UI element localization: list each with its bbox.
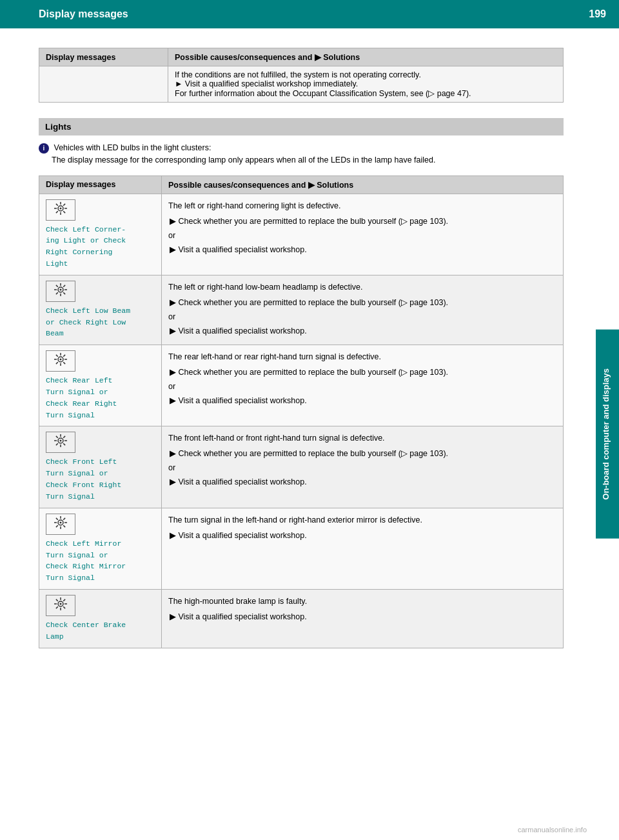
top-table: Display messages Possible causes/consequ…: [39, 48, 564, 103]
solutions-cell: The turn signal in the left-hand or righ…: [162, 508, 564, 589]
sidebar-label: On-board computer and displays: [596, 330, 619, 539]
solution-line: ▶ Check whether you are permitted to rep…: [168, 215, 556, 228]
info-note: i Vehicles with LED bulbs in the light c…: [39, 142, 564, 166]
bulb-icon-box: [46, 281, 75, 302]
svg-line-45: [56, 518, 58, 520]
svg-line-27: [63, 355, 65, 357]
top-table-header-col1: Display messages: [39, 48, 168, 66]
solution-line: ▶ Visit a qualified specialist workshop.: [168, 529, 556, 542]
info-note-text2: The display message for the correspondin…: [52, 155, 435, 165]
solution-line: ▶ Check whether you are permitted to rep…: [168, 447, 556, 460]
teal-message-text: Check Left Low Beamor Check Right LowBea…: [46, 305, 155, 339]
solution-line: or: [168, 229, 556, 242]
svg-line-8: [56, 211, 58, 213]
message-line: Check Front Left: [46, 457, 117, 466]
solution-line: ▶ Check whether you are permitted to rep…: [168, 296, 556, 309]
svg-point-59: [60, 603, 62, 605]
svg-line-47: [63, 518, 65, 520]
top-table-cell-msg: [39, 66, 168, 103]
warning-light-icon: [52, 597, 70, 614]
svg-line-25: [56, 355, 58, 357]
solution-line: ▶ Visit a qualified specialist workshop.: [168, 475, 556, 488]
defect-description: The front left-hand or front right-hand …: [168, 432, 556, 445]
svg-point-9: [60, 207, 62, 209]
message-line: Beam: [46, 329, 64, 337]
message-line: Turn Signal or: [46, 388, 108, 396]
lights-table: Display messages Possible causes/consequ…: [39, 175, 564, 648]
svg-line-35: [56, 436, 58, 438]
lights-table-header-col2: Possible causes/consequences and ▶ Solut…: [162, 175, 564, 194]
svg-line-28: [56, 362, 58, 364]
svg-point-39: [60, 440, 62, 442]
message-line: Right Cornering: [46, 248, 113, 256]
teal-message-text: Check Center BrakeLamp: [46, 619, 155, 643]
table-row: Check Left MirrorTurn Signal orCheck Rig…: [39, 508, 564, 589]
message-line: Turn Signal or: [46, 469, 108, 477]
solutions-cell: The left or right-hand cornering light i…: [162, 194, 564, 275]
display-message-cell: Check Rear LeftTurn Signal orCheck Rear …: [39, 345, 162, 426]
svg-line-48: [56, 525, 58, 527]
info-icon: i: [39, 143, 49, 154]
svg-line-36: [63, 444, 65, 446]
solution-line: or: [168, 310, 556, 323]
message-line: Turn Signal or: [46, 551, 108, 559]
page-header: Display messages 199: [0, 0, 619, 28]
display-message-cell: Check Left MirrorTurn Signal orCheck Rig…: [39, 508, 162, 589]
solution-line: ▶ Visit a qualified specialist workshop.: [168, 394, 556, 407]
svg-line-37: [63, 436, 65, 438]
display-message-cell: Check Left Low Beamor Check Right LowBea…: [39, 275, 162, 345]
top-table-line1: If the conditions are not fulfilled, the…: [175, 70, 556, 79]
teal-message-text: Check Left MirrorTurn Signal orCheck Rig…: [46, 538, 155, 584]
defect-description: The turn signal in the left-hand or righ…: [168, 514, 556, 526]
solution-line: ▶ Check whether you are permitted to rep…: [168, 366, 556, 379]
teal-message-text: Check Rear LeftTurn Signal orCheck Rear …: [46, 375, 155, 421]
info-note-text: Vehicles with LED bulbs in the light clu…: [54, 143, 211, 152]
svg-line-46: [63, 525, 65, 527]
table-row: Check Front LeftTurn Signal orCheck Fron…: [39, 426, 564, 508]
solutions-cell: The rear left-hand or rear right-hand tu…: [162, 345, 564, 426]
message-line: or Check Right Low: [46, 318, 126, 326]
bulb-icon-box: [46, 595, 75, 616]
bulb-icon-box: [46, 350, 75, 372]
bulb-icon-box: [46, 432, 75, 453]
message-line: Check Rear Left: [46, 376, 113, 385]
warning-light-icon: [52, 283, 70, 300]
message-line: Check Right Mirror: [46, 562, 126, 570]
svg-line-56: [63, 606, 65, 608]
svg-line-18: [56, 292, 58, 294]
svg-point-49: [60, 521, 62, 523]
defect-description: The left or right-hand low-beam headlamp…: [168, 281, 556, 294]
svg-line-16: [63, 292, 65, 294]
display-message-cell: Check Center BrakeLamp: [39, 589, 162, 648]
svg-line-17: [63, 285, 65, 287]
chapter-title: Display messages: [39, 8, 128, 20]
message-line: Check Left Low Beam: [46, 306, 130, 315]
lights-section-header: Lights: [39, 118, 564, 135]
warning-light-icon: [52, 434, 70, 451]
top-table-line3: For further information about the Occupa…: [175, 88, 556, 98]
solutions-cell: The left or right-hand low-beam headlamp…: [162, 275, 564, 345]
svg-line-38: [56, 444, 58, 446]
solution-line: or: [168, 461, 556, 474]
solution-line: ▶ Visit a qualified specialist workshop.: [168, 610, 556, 623]
svg-point-19: [60, 288, 62, 290]
svg-line-58: [56, 606, 58, 608]
message-line: Check Front Right: [46, 481, 121, 489]
solutions-cell: The front left-hand or front right-hand …: [162, 426, 564, 508]
teal-message-text: Check Left Corner-ing Light or CheckRigh…: [46, 224, 155, 270]
main-content: Display messages Possible causes/consequ…: [0, 28, 596, 661]
watermark: carmanualsonline.info: [518, 826, 587, 834]
svg-line-5: [56, 203, 58, 205]
message-line: Check Left Corner-: [46, 225, 126, 234]
table-row: Check Left Corner-ing Light or CheckRigh…: [39, 194, 564, 275]
defect-description: The rear left-hand or rear right-hand tu…: [168, 350, 556, 363]
top-table-line2: ► Visit a qualified specialist workshop …: [175, 79, 556, 88]
defect-description: The high-mounted brake lamp is faulty.: [168, 595, 556, 608]
solution-line: ▶ Visit a qualified specialist workshop.: [168, 325, 556, 337]
top-table-header-col2: Possible causes/consequences and ▶ Solut…: [168, 48, 564, 66]
svg-point-29: [60, 359, 62, 361]
svg-line-6: [63, 211, 65, 213]
table-row: Check Left Low Beamor Check Right LowBea…: [39, 275, 564, 345]
message-line: Check Center Brake: [46, 621, 126, 629]
page-number: 199: [589, 8, 606, 20]
